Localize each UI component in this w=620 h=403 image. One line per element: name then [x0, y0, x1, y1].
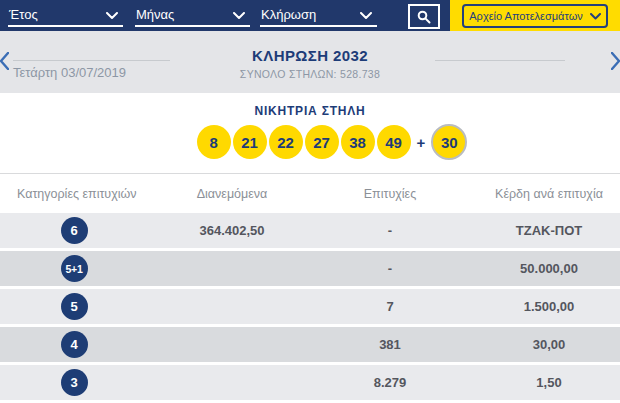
month-dropdown-label: Μήνας [136, 7, 174, 22]
results-archive-button[interactable]: Αρχείο Αποτελεσμάτων [462, 4, 608, 28]
year-dropdown[interactable]: Έτος [8, 6, 123, 27]
results-archive-label: Αρχείο Αποτελεσμάτων [469, 10, 582, 22]
archive-tab: Αρχείο Αποτελεσμάτων [450, 0, 620, 33]
total-columns: ΣΥΝΟΛΟ ΣΤΗΛΩΝ: 528.738 [0, 68, 620, 80]
chevron-down-icon [360, 12, 372, 20]
prize-value: 1,50 [464, 375, 620, 390]
table-row: 5 7 1.500,00 [0, 289, 620, 324]
number-ball: 8 [197, 125, 231, 159]
category-badge: 5+1 [61, 255, 88, 282]
number-ball: 27 [305, 125, 339, 159]
search-button[interactable] [408, 4, 440, 29]
prize-value: 50.000,00 [464, 261, 620, 276]
prize-value: 30,00 [464, 337, 620, 352]
top-filter-bar: Έτος Μήνας Κλήρωση Αρχείο Αποτελεσμάτων [0, 0, 620, 33]
results-table-header: Κατηγορίες επιτυχιών Διανεμόμενα Επιτυχί… [0, 173, 620, 213]
winning-numbers: 8 21 22 27 38 49 + 30 [0, 124, 620, 160]
column-header-winners: Επιτυχίες [316, 187, 464, 201]
header-divider-right [435, 60, 565, 61]
chevron-down-icon [106, 12, 118, 20]
table-row: 3 8.279 1,50 [0, 365, 620, 400]
number-ball: 49 [377, 125, 411, 159]
winners-value: 7 [316, 299, 464, 314]
draw-title: ΚΛΗΡΩΣΗ 2032 [0, 47, 620, 64]
number-ball: 22 [269, 125, 303, 159]
draw-title-block: ΚΛΗΡΩΣΗ 2032 ΣΥΝΟΛΟ ΣΤΗΛΩΝ: 528.738 [0, 47, 620, 80]
table-row: 5+1 - 50.000,00 [0, 251, 620, 286]
prize-value: 1.500,00 [464, 299, 620, 314]
draw-header: Τετάρτη 03/07/2019 ΚΛΗΡΩΣΗ 2032 ΣΥΝΟΛΟ Σ… [0, 31, 620, 93]
year-dropdown-label: Έτος [9, 7, 38, 22]
magnifier-icon [417, 10, 431, 24]
prize-value: ΤΖΑΚ-ΠΟΤ [464, 223, 620, 238]
table-row: 4 381 30,00 [0, 327, 620, 362]
chevron-down-icon [590, 13, 601, 20]
month-dropdown[interactable]: Μήνας [135, 6, 250, 27]
draw-dropdown[interactable]: Κλήρωση [260, 6, 377, 27]
number-ball: 21 [233, 125, 267, 159]
winning-column-section: ΝΙΚΗΤΡΙΑ ΣΤΗΛΗ 8 21 22 27 38 49 + 30 [0, 93, 620, 173]
winners-value: 8.279 [316, 375, 464, 390]
chevron-right-icon [611, 58, 620, 73]
winning-column-title: ΝΙΚΗΤΡΙΑ ΣΤΗΛΗ [0, 93, 620, 118]
column-header-prize: Κέρδη ανά επιτυχία [464, 187, 620, 201]
next-draw-button[interactable] [611, 52, 620, 70]
winners-value: - [316, 223, 464, 238]
table-row: 6 364.402,50 - ΤΖΑΚ-ΠΟΤ [0, 213, 620, 248]
category-badge: 4 [61, 331, 88, 358]
winners-value: 381 [316, 337, 464, 352]
column-header-categories: Κατηγορίες επιτυχιών [0, 187, 148, 201]
winners-value: - [316, 261, 464, 276]
category-badge: 6 [61, 217, 88, 244]
distributed-value: 364.402,50 [148, 223, 316, 238]
plus-sign: + [417, 134, 426, 151]
column-header-distributed: Διανεμόμενα [148, 187, 316, 201]
draw-dropdown-label: Κλήρωση [261, 7, 316, 22]
category-badge: 3 [61, 369, 88, 396]
number-ball: 38 [341, 125, 375, 159]
chevron-down-icon [233, 12, 245, 20]
category-badge: 5 [61, 293, 88, 320]
results-table-body: 6 364.402,50 - ΤΖΑΚ-ΠΟΤ 5+1 - 50.000,00 … [0, 213, 620, 403]
bonus-number-ball: 30 [431, 124, 467, 160]
